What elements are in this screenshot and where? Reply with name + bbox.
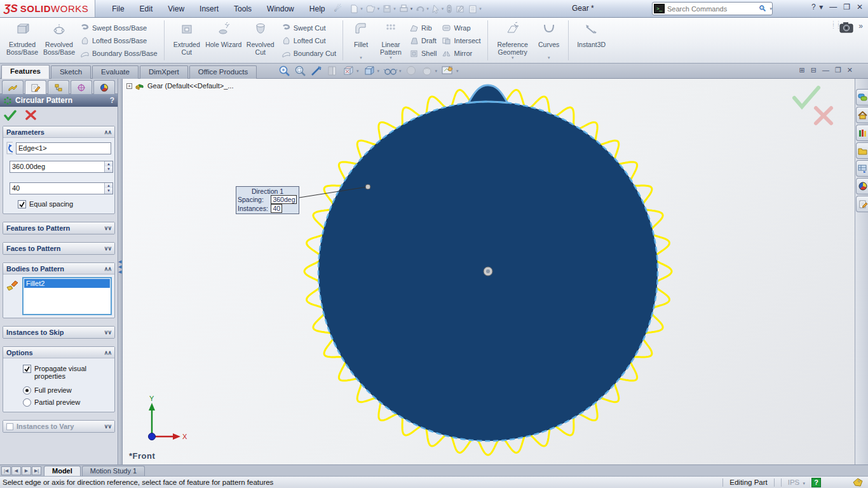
pm-help-button[interactable]: ? (110, 96, 114, 105)
zoom-to-area-button[interactable] (294, 65, 306, 77)
menu-tools[interactable]: Tools (226, 2, 259, 16)
features-to-pattern-header[interactable]: Features to Pattern∨∨ (3, 222, 114, 234)
chevron-down-icon[interactable]: ▾ (770, 6, 772, 11)
hole-wizard-button[interactable]: Hole Wizard (205, 20, 242, 61)
menu-file[interactable]: File (104, 2, 132, 16)
quick-tips-button[interactable]: ? (811, 478, 821, 487)
swept-boss-base-button[interactable]: Swept Boss/Base (80, 22, 158, 33)
search-icon[interactable]: 🔍︎ (758, 4, 766, 13)
shell-button[interactable]: Shell (409, 48, 437, 58)
property-manager-tab[interactable] (25, 80, 46, 94)
chevron-down-icon[interactable]: ▾ (377, 6, 380, 11)
feature-tree-flyout[interactable]: + Gear (Default<<Default>_... (126, 81, 233, 90)
mirror-button[interactable]: Mirror (442, 48, 480, 58)
instances-to-vary-checkbox[interactable] (6, 423, 13, 430)
linear-pattern-button[interactable]: Linear Pattern ▾ (375, 20, 407, 61)
edit-scene-button[interactable]: ▾ (441, 65, 459, 77)
confirm-cancel-button[interactable] (816, 108, 831, 123)
ribbon-grip-handle[interactable]: ⋮⋮⋮⋮ (831, 22, 834, 28)
hide-show-items-button[interactable]: ▾ (383, 65, 402, 77)
swept-cut-button[interactable]: Swept Cut (281, 22, 336, 33)
chevron-down-icon[interactable]: ▾ (393, 6, 396, 11)
boundary-cut-button[interactable]: Boundary Cut (281, 48, 336, 58)
graphics-viewport[interactable]: + Gear (Default<<Default>_... Direction … (123, 79, 855, 464)
chevron-down-icon[interactable]: ▾ (356, 69, 359, 74)
configuration-manager-tab[interactable] (48, 80, 69, 94)
chevron-down-icon[interactable]: ▾ (512, 55, 514, 60)
camera-icon[interactable] (839, 22, 853, 36)
fillet-button[interactable]: Fillet ▾ (347, 20, 375, 61)
magnified-selection-button[interactable] (310, 65, 322, 77)
tree-expand-icon[interactable]: + (126, 83, 132, 89)
home-tab[interactable] (856, 107, 868, 123)
close-button[interactable]: ✕ (857, 3, 863, 11)
faces-to-pattern-header[interactable]: Faces to Pattern∨∨ (3, 243, 114, 254)
instances-to-skip-header[interactable]: Instances to Skip∨∨ (3, 327, 114, 338)
chevron-down-icon[interactable]: ▾ (442, 6, 444, 11)
motion-study-tab[interactable]: Motion Study 1 (82, 466, 145, 476)
collapse-icon[interactable]: ∧∧ (104, 266, 111, 272)
model-tab[interactable]: Model (44, 466, 81, 476)
view-palette-tab[interactable] (856, 160, 868, 177)
tab-dimxpert[interactable]: DimXpert (140, 65, 188, 79)
print-button[interactable]: ▾ (398, 4, 413, 14)
prev-tab-button[interactable]: ◀ (11, 466, 21, 475)
panel-splitter[interactable]: ◀◀◀ (118, 79, 123, 464)
instances-value-field[interactable]: 40 (271, 204, 282, 213)
draft-button[interactable]: Draft (409, 35, 437, 46)
partial-preview-row[interactable]: Partial preview (23, 398, 111, 407)
viewport-split-icon[interactable]: ⊟ (811, 66, 817, 74)
instance-count-field[interactable]: ▲▼ (10, 182, 113, 194)
tab-office-products[interactable]: Office Products (189, 65, 257, 79)
chevron-down-icon[interactable]: ▾ (377, 69, 380, 74)
select-cursor-button[interactable]: ▾ (431, 4, 444, 14)
expand-icon[interactable]: ∨∨ (104, 329, 111, 336)
search-input[interactable] (667, 5, 758, 13)
bodies-to-pattern-list[interactable]: Fillet2 (22, 277, 112, 315)
boundary-boss-base-button[interactable]: Boundary Boss/Base (80, 48, 158, 58)
expand-icon[interactable]: ∨∨ (104, 245, 111, 252)
parameters-header[interactable]: Parameters∧∧ (3, 126, 114, 138)
extruded-boss-base-button[interactable]: Extruded Boss/Base (4, 20, 41, 61)
chevron-down-icon[interactable]: ▾ (479, 6, 482, 11)
chevron-down-icon[interactable]: ▾ (548, 55, 550, 60)
viewport-layout-icon[interactable]: ⊞ (799, 66, 804, 74)
design-library-tab[interactable] (856, 125, 868, 141)
options-button[interactable] (455, 4, 465, 14)
intersect-button[interactable]: Intersect (442, 35, 480, 46)
direction1-callout[interactable]: Direction 1 Spacing: 360deg Instances: 4… (236, 186, 299, 214)
propagate-visual-row[interactable]: Propagate visual properties (23, 365, 99, 380)
pattern-axis-input[interactable] (17, 144, 111, 152)
display-manager-tab[interactable] (93, 80, 115, 94)
wrap-button[interactable]: Wrap (442, 22, 480, 33)
partial-preview-radio[interactable] (23, 398, 31, 407)
save-button[interactable]: ▾ (382, 4, 396, 14)
options-header[interactable]: Options∧∧ (3, 347, 114, 358)
doc-minimize-button[interactable]: — (822, 66, 829, 74)
restore-button[interactable]: ❐ (843, 3, 850, 11)
equal-spacing-checkbox[interactable] (18, 200, 26, 208)
expand-icon[interactable]: ∨∨ (104, 225, 111, 231)
file-explorer-tab[interactable] (856, 142, 868, 159)
shadows-button[interactable] (405, 65, 417, 77)
doc-close-button[interactable]: ✕ (847, 66, 853, 74)
pattern-axis-field[interactable] (16, 142, 111, 154)
minimize-button[interactable]: — (829, 3, 837, 11)
reference-geometry-button[interactable]: Reference Geometry ▾ (492, 20, 534, 61)
search-commands-box[interactable]: >_ 🔍︎ ▾ (652, 2, 773, 15)
units-selector[interactable]: IPS ▾ (788, 478, 805, 486)
angle-spinner[interactable]: ▲▼ (104, 161, 112, 172)
cancel-button[interactable] (25, 110, 36, 120)
last-tab-button[interactable]: ▶| (32, 466, 41, 475)
chevron-down-icon[interactable]: ▾ (399, 69, 402, 74)
lofted-boss-base-button[interactable]: Lofted Boss/Base (80, 35, 158, 46)
collapse-icon[interactable]: ∧∧ (104, 129, 111, 135)
propagate-visual-checkbox[interactable] (23, 365, 31, 373)
new-document-button[interactable]: ▾ (349, 4, 363, 14)
instance-count-input[interactable] (10, 184, 104, 192)
chevron-down-icon[interactable]: ▾ (435, 69, 438, 74)
custom-properties-tab[interactable] (856, 196, 868, 212)
file-properties-button[interactable]: ▾ (468, 4, 482, 14)
tab-evaluate[interactable]: Evaluate (92, 65, 139, 79)
rib-button[interactable]: Rib (409, 22, 437, 33)
